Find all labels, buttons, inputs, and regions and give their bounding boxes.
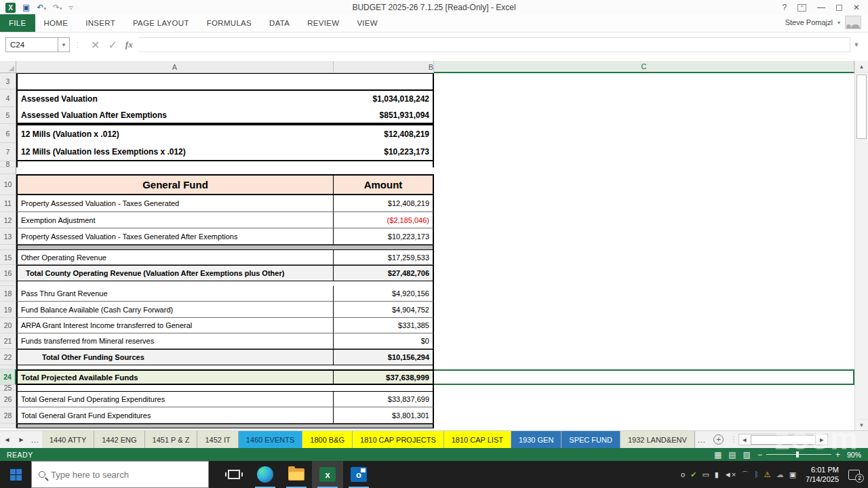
avatar[interactable] (845, 16, 861, 29)
cell-B11[interactable]: $12,408,219 (334, 195, 434, 212)
ribbon-tab-insert[interactable]: INSERT (77, 14, 124, 32)
expand-formula-bar-icon[interactable]: ▼ (850, 37, 863, 52)
normal-view-icon[interactable]: ▦ (714, 450, 722, 460)
horizontal-scrollbar-thumb[interactable] (751, 435, 816, 445)
cell-C5[interactable] (434, 107, 854, 124)
cell-C16[interactable] (434, 265, 854, 281)
row-number-12[interactable]: 12 (0, 212, 16, 228)
cell-B16[interactable]: $27,482,706 (334, 265, 434, 281)
row-number-15[interactable]: 15 (0, 250, 16, 265)
row-number-4[interactable]: 4 (0, 89, 16, 107)
cell-A24[interactable]: Total Projected Available Funds (16, 369, 334, 385)
cell-B[interactable] (334, 167, 434, 174)
cell-A11[interactable]: Property Assessed Valuation - Taxes Gene… (16, 195, 334, 212)
cell-C26[interactable] (434, 391, 854, 407)
action-center-icon[interactable]: ▣ (789, 471, 796, 479)
sheet-tab-1452-it[interactable]: 1452 IT (197, 431, 238, 448)
name-box-dropdown[interactable]: ▼ (58, 37, 70, 52)
bluetooth-icon[interactable]: ᛒ (754, 471, 759, 479)
cell-A8[interactable] (16, 161, 334, 167)
display-icon[interactable]: ▭ (702, 471, 709, 479)
ribbon-display-options-button[interactable]: ⌃ (797, 4, 806, 12)
cell-A7[interactable]: 12 Mills (Valuation less Exemptions x .0… (16, 143, 334, 161)
cell-A22[interactable]: Total Other Funding Sources (16, 349, 334, 365)
more-sheets-right[interactable]: ... (695, 431, 709, 448)
scroll-down-icon[interactable]: ▼ (855, 419, 868, 430)
cell-A6[interactable]: 12 Mills (Valuation x .012) (16, 124, 334, 143)
customize-qat-icon[interactable]: ▿ (69, 3, 73, 12)
sheet-tab-1930-gen[interactable]: 1930 GEN (511, 431, 561, 448)
cell-B24[interactable]: $37,638,999 (334, 369, 434, 385)
row-number-7[interactable]: 7 (0, 143, 16, 161)
row-number-18[interactable]: 18 (0, 286, 16, 302)
cell-B[interactable] (334, 424, 434, 428)
sheet-tab-1442-eng[interactable]: 1442 ENG (94, 431, 144, 448)
horizontal-scrollbar[interactable]: ◄ ► (738, 434, 828, 445)
outlook-taskbar-button[interactable]: o (343, 461, 374, 488)
zoom-level[interactable]: 90% (847, 451, 861, 459)
ribbon-tab-view[interactable]: VIEW (348, 14, 387, 32)
cell-C15[interactable] (434, 250, 854, 265)
cell-C11[interactable] (434, 195, 854, 212)
cell-B[interactable] (334, 281, 434, 286)
cell-B21[interactable]: $0 (334, 333, 434, 349)
ribbon-tab-formulas[interactable]: FORMULAS (198, 14, 260, 32)
taskbar-search[interactable] (31, 461, 209, 488)
cell-C19[interactable] (434, 302, 854, 318)
column-header-B[interactable]: B (334, 61, 434, 73)
column-header-C[interactable]: C (434, 61, 854, 73)
row-number-22[interactable]: 22 (0, 349, 16, 365)
page-layout-view-icon[interactable]: ▤ (728, 450, 736, 460)
cell-C4[interactable] (434, 89, 854, 107)
zoom-slider[interactable]: − + (757, 450, 840, 460)
cell-C[interactable] (434, 424, 854, 428)
file-explorer-button[interactable] (281, 461, 312, 488)
insert-function-icon[interactable]: fx (125, 39, 133, 50)
cell-C25[interactable] (434, 385, 854, 391)
notification-center-icon[interactable]: 2 (848, 470, 860, 480)
cell-C20[interactable] (434, 318, 854, 333)
cell-C18[interactable] (434, 286, 854, 302)
cell-A16[interactable]: Total County Operating Revenue (Valuatio… (16, 265, 334, 281)
row-number-11[interactable]: 11 (0, 195, 16, 212)
cancel-formula-icon[interactable]: ✕ (91, 39, 100, 52)
sheet-tab-1932-land-env[interactable]: 1932 LAND&ENV (620, 431, 695, 448)
onedrive-icon[interactable]: ☁ (776, 471, 784, 479)
edge-button[interactable] (250, 461, 281, 488)
cell-C10[interactable] (434, 174, 854, 195)
vertical-scrollbar-thumb[interactable] (856, 75, 867, 139)
enter-formula-icon[interactable]: ✓ (108, 39, 117, 52)
add-sheet-button[interactable]: + (709, 431, 729, 448)
row-number-25[interactable]: 25 (0, 385, 16, 391)
row-number-28[interactable]: 28 (0, 407, 16, 424)
task-view-button[interactable] (218, 461, 250, 488)
cell-B7[interactable]: $10,223,173 (334, 143, 434, 161)
sheet-tab-1810-cap-projects[interactable]: 1810 CAP PROJECTS (353, 431, 444, 448)
save-icon[interactable]: ▣ (22, 3, 30, 12)
antivirus-shield-icon[interactable]: ✔ (690, 471, 696, 479)
sheet-tab-1460-events[interactable]: 1460 EVENTS (239, 431, 303, 448)
row-number-21[interactable]: 21 (0, 333, 16, 349)
undo-icon[interactable]: ↶▾ (37, 3, 46, 12)
row-number-8[interactable]: 8 (0, 161, 16, 167)
cell-A4[interactable]: Assessed Valuation (16, 89, 334, 107)
cell-C[interactable] (434, 281, 854, 286)
cell-B12[interactable]: ($2,185,046) (334, 212, 434, 228)
cell-C8[interactable] (434, 161, 854, 167)
cell-A15[interactable]: Other Operating Revenue (16, 250, 334, 265)
select-all-button[interactable] (0, 61, 16, 73)
selected-cell-C24[interactable] (434, 369, 854, 385)
column-header-A[interactable]: A (16, 61, 334, 73)
cell-B8[interactable] (334, 161, 434, 167)
cell-C[interactable] (434, 245, 854, 250)
cell-A19[interactable]: Fund Balance Available (Cash Carry Forwa… (16, 302, 334, 318)
cell-C3[interactable] (434, 73, 854, 89)
wifi-icon[interactable]: ⌒ (741, 471, 749, 479)
cell-B25[interactable] (334, 385, 434, 391)
cell-C21[interactable] (434, 333, 854, 349)
next-sheet-icon[interactable]: ► (14, 431, 28, 448)
prev-sheet-icon[interactable]: ◄ (0, 431, 14, 448)
cell-B28[interactable]: $3,801,301 (334, 407, 434, 424)
cell-A20[interactable]: ARPA Grant Interest Income trransferred … (16, 318, 334, 333)
zoom-in-icon[interactable]: + (835, 450, 840, 460)
